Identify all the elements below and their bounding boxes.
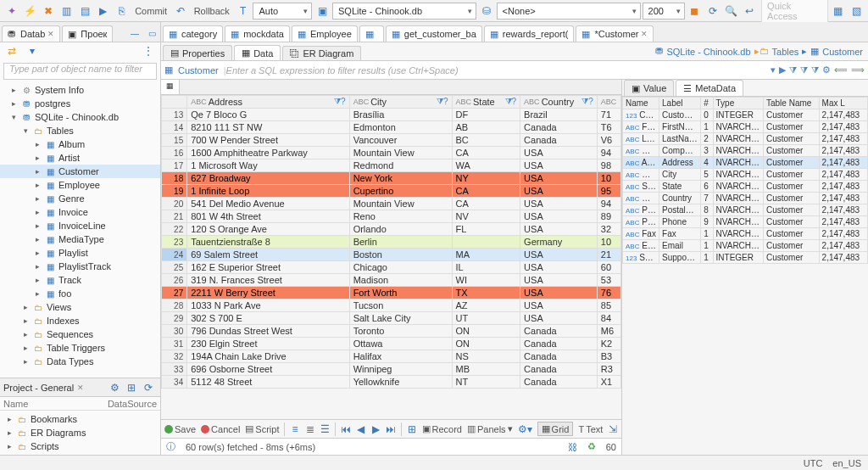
row-number[interactable]: 17 <box>162 159 187 172</box>
meta-cell[interactable]: ABC Last… <box>623 133 659 145</box>
cell[interactable]: BC <box>452 134 520 147</box>
meta-cell[interactable]: 2,147,483 <box>819 252 867 264</box>
meta-cell[interactable]: INTEGER <box>713 109 763 121</box>
cell[interactable]: 32 <box>597 223 620 236</box>
meta-cell[interactable]: Suppo… <box>659 252 701 264</box>
meta-cell[interactable]: NVARCHAR <box>713 228 763 240</box>
cell[interactable]: USA <box>520 198 598 210</box>
cell[interactable]: 10 <box>597 172 620 185</box>
meta-cell[interactable]: 2,147,483 <box>819 228 867 240</box>
row-number[interactable]: 13 <box>162 109 187 121</box>
row-number[interactable]: 21 <box>162 210 187 223</box>
value-tab[interactable]: ▣Value <box>624 80 674 96</box>
cell[interactable]: 2211 W Berry Street <box>187 287 349 299</box>
meta-cell[interactable]: 2,147,483 <box>819 240 867 252</box>
meta-cell[interactable]: 2,147,483 <box>819 109 867 121</box>
column-header[interactable]: ABC <box>597 96 620 109</box>
export-icon[interactable]: ⇲ <box>608 421 618 438</box>
database-tree[interactable]: ▸⚙System Info▸⛃postgres▾⛃SQLite - Chinoo… <box>0 83 160 378</box>
meta-cell[interactable]: 1 <box>701 240 713 252</box>
crumb-table[interactable]: Customer <box>822 47 863 57</box>
row-number[interactable]: 28 <box>162 299 187 312</box>
tree-item[interactable]: ▸▦Customer <box>0 165 160 178</box>
new-connection-icon[interactable]: ✦ <box>3 3 20 20</box>
table-row[interactable]: 33696 Osborne StreetWinnipegMBCanadaR3 <box>162 363 621 376</box>
cell[interactable]: Vancouver <box>349 134 452 147</box>
tree-item[interactable]: ▾🗀Tables <box>0 124 160 137</box>
tree-item[interactable]: ▸▦foo <box>0 287 160 300</box>
search-icon[interactable]: 🔍 <box>723 3 740 20</box>
table-row[interactable]: 148210 111 ST NWEdmontonABCanadaT6 <box>162 121 621 134</box>
refresh-icon[interactable]: ⟳ <box>140 379 157 396</box>
meta-cell[interactable]: FirstNa… <box>659 121 701 133</box>
meta-cell[interactable]: Customer <box>764 204 820 216</box>
link-icon[interactable]: ⇄ <box>3 42 20 59</box>
sql-editor-icon[interactable]: ▥ <box>58 3 75 20</box>
meta-cell[interactable]: ABC First… <box>623 121 659 133</box>
meta-cell[interactable]: NVARCHAR <box>713 121 763 133</box>
meta-cell[interactable]: INTEGER <box>713 252 763 264</box>
cell[interactable]: 76 <box>597 287 620 299</box>
bookmark-item[interactable]: ▸🗀Bookmarks <box>2 412 159 426</box>
gear-icon[interactable]: ⚙▾ <box>518 421 532 438</box>
meta-cell[interactable]: ABC State <box>623 181 659 193</box>
tree-item[interactable]: ▸▦PlaylistTrack <box>0 260 160 273</box>
row-number[interactable]: 30 <box>162 325 187 338</box>
meta-cell[interactable]: 0 <box>701 109 713 121</box>
meta-cell[interactable]: 2,147,483 <box>819 157 867 169</box>
cell[interactable]: USA <box>520 185 598 198</box>
meta-cell[interactable]: 3 <box>701 145 713 157</box>
cell[interactable]: Madison <box>349 274 452 287</box>
cell[interactable]: X1 <box>597 376 620 389</box>
metadata-tab[interactable]: ☰MetaData <box>676 80 743 96</box>
meta-cell[interactable]: 2,147,483 <box>819 169 867 181</box>
meta-cell[interactable]: ABC Email <box>623 240 659 252</box>
meta-cell[interactable]: Customer <box>764 193 820 204</box>
meta-cell[interactable]: Compa… <box>659 145 701 157</box>
cell[interactable]: Mountain View <box>349 198 452 210</box>
meta-cell[interactable]: 2,147,483 <box>819 204 867 216</box>
cell[interactable]: 53 <box>597 274 620 287</box>
cell[interactable]: Canada <box>520 134 598 147</box>
save-button[interactable]: Save <box>164 424 196 434</box>
chevron-icon[interactable]: ▸ <box>21 357 30 366</box>
cell[interactable]: 21 <box>597 249 620 261</box>
align-center-icon[interactable]: ≣ <box>305 421 315 438</box>
cell[interactable]: 89 <box>597 210 620 223</box>
filter-icon[interactable]: ⧩? <box>437 97 448 107</box>
meta-row[interactable]: ABC EmailEmail1NVARCHARCustomer2,147,483 <box>623 240 868 252</box>
tree-item[interactable]: ▸▦Track <box>0 273 160 287</box>
cell[interactable]: IL <box>452 261 520 274</box>
maximize-icon[interactable]: ▭ <box>143 25 160 42</box>
tree-item[interactable]: ▸▦InvoiceLine <box>0 219 160 232</box>
meta-cell[interactable]: LastNa… <box>659 133 701 145</box>
chevron-icon[interactable]: ▸ <box>33 140 42 148</box>
cell[interactable]: 302 S 700 E <box>187 312 349 325</box>
cell[interactable]: USA <box>520 249 598 261</box>
cell[interactable]: 1600 Amphitheatre Parkway <box>187 147 349 159</box>
collapse-icon[interactable]: ⟸ <box>834 64 848 76</box>
table-row[interactable]: 32194A Chain Lake DriveHalifaxNSCanadaB3 <box>162 350 621 363</box>
chevron-icon[interactable]: ▸ <box>33 181 42 189</box>
row-number[interactable]: 19 <box>162 185 187 198</box>
close-icon[interactable]: ✕ <box>77 383 84 392</box>
cell[interactable]: Ottawa <box>349 338 452 350</box>
perspective-icon[interactable]: ▦ <box>830 3 847 20</box>
crumb-tables[interactable]: Tables <box>772 47 799 57</box>
chevron-icon[interactable]: ▸ <box>21 330 30 339</box>
table-row[interactable]: 13Qe 7 Bloco GBrasíliaDFBrazil71 <box>162 109 621 121</box>
chevron-icon[interactable]: ▸ <box>33 194 42 203</box>
meta-cell[interactable]: City <box>659 169 701 181</box>
cell[interactable]: 1 Microsoft Way <box>187 159 349 172</box>
meta-cell[interactable]: ABC Co… <box>623 145 659 157</box>
cell[interactable]: 194A Chain Lake Drive <box>187 350 349 363</box>
perspective2-icon[interactable]: ▧ <box>848 3 865 20</box>
meta-cell[interactable]: NVARCHAR <box>713 193 763 204</box>
cell[interactable]: Toronto <box>349 325 452 338</box>
grid-view-button[interactable]: ▦Grid <box>537 422 574 436</box>
cell[interactable]: AZ <box>452 299 520 312</box>
meta-row[interactable]: ABC StateState6NVARCHARCustomer2,147,483 <box>623 181 868 193</box>
cell[interactable]: CA <box>452 198 520 210</box>
meta-cell[interactable]: NVARCHAR <box>713 204 763 216</box>
settings-icon[interactable]: ⚙ <box>822 64 831 76</box>
